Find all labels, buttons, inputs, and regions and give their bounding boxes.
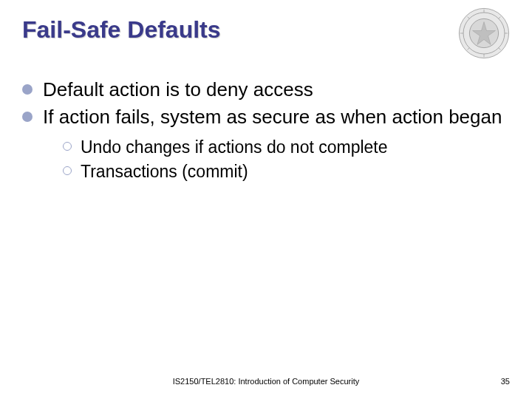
footer-text: IS2150/TEL2810: Introduction of Computer… xyxy=(0,377,532,386)
slide-title: Fail-Safe Defaults xyxy=(22,16,221,44)
bullet-text: Transactions (commit) xyxy=(81,162,248,181)
circle-bullet-icon xyxy=(63,166,72,175)
page-number: 35 xyxy=(501,377,510,386)
bullet-text: If action fails, system as secure as whe… xyxy=(43,106,502,128)
slide: Fail-Safe Defaults Default action is to … xyxy=(0,0,532,399)
bullet-level1: If action fails, system as secure as whe… xyxy=(22,105,502,129)
circle-bullet-icon xyxy=(63,142,72,151)
bullet-text: Default action is to deny access xyxy=(43,78,313,100)
disc-bullet-icon xyxy=(22,84,33,95)
bullet-text: Undo changes if actions do not complete xyxy=(81,137,388,157)
sub-bullet-group: Undo changes if actions do not complete … xyxy=(22,136,502,183)
bullet-level2: Undo changes if actions do not complete xyxy=(63,136,502,159)
bullet-level2: Transactions (commit) xyxy=(63,160,502,183)
content-area: Default action is to deny access If acti… xyxy=(22,78,502,185)
bullet-level1: Default action is to deny access xyxy=(22,78,502,102)
disc-bullet-icon xyxy=(22,112,33,122)
university-seal-icon xyxy=(458,7,510,59)
